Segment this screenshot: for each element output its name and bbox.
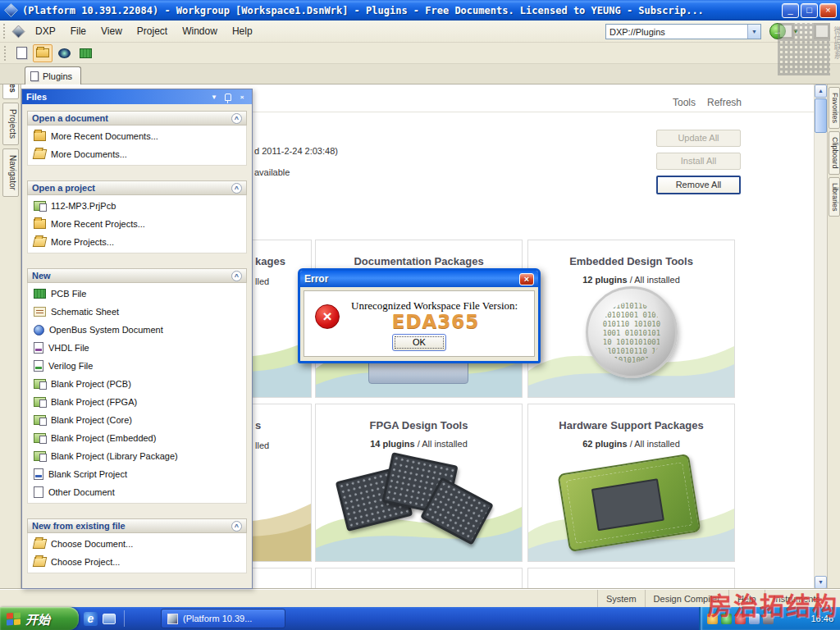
plugin-card-hardware[interactable]: Hardware Support Packages 62 plugins / A… <box>527 404 735 562</box>
document-icon <box>30 71 39 81</box>
file-item[interactable]: Other Document <box>28 483 246 501</box>
panel-close-icon[interactable]: × <box>236 92 248 103</box>
section-title: Open a document <box>32 113 108 123</box>
tools-link[interactable]: Tools <box>673 97 696 108</box>
new-document-button[interactable] <box>11 44 31 62</box>
card-subtitle: 14 plugins / All installed <box>316 439 522 449</box>
file-item[interactable]: More Recent Projects... <box>28 215 246 233</box>
plugin-card-fpga[interactable]: FPGA Design Tools 14 plugins / All insta… <box>315 404 523 562</box>
window-titlebar[interactable]: (Platform 10.391.22084) - Workgroup [Wor… <box>0 0 840 21</box>
section-header[interactable]: New from existing file ^ <box>27 518 247 533</box>
plugin-count: 14 plugins <box>370 439 414 449</box>
collapse-icon[interactable]: ^ <box>231 271 242 281</box>
files-panel-titlebar[interactable]: Files ▼ × <box>22 89 252 104</box>
section-header[interactable]: New ^ <box>27 268 247 283</box>
collapse-icon[interactable]: ^ <box>231 183 242 194</box>
section-header-partial[interactable] <box>27 588 247 589</box>
file-item[interactable]: OpenBus System Document <box>28 321 246 339</box>
install-all-button[interactable]: Install All <box>656 153 741 170</box>
menu-window[interactable]: Window <box>175 22 225 40</box>
open-folder-icon <box>36 48 49 57</box>
openbus-icon <box>34 325 44 336</box>
internet-explorer-icon[interactable]: e <box>84 612 98 626</box>
file-item[interactable]: 112-MP3.PrjPcb <box>28 197 246 215</box>
menu-file[interactable]: File <box>63 22 94 40</box>
file-item-label: Blank Project (PCB) <box>51 379 131 389</box>
restore-button[interactable]: □ <box>801 3 818 18</box>
error-dialog-title: Error <box>304 273 328 285</box>
scroll-thumb[interactable] <box>815 98 827 133</box>
file-item[interactable]: VHDL File <box>28 339 246 357</box>
vertical-scrollbar[interactable]: ▲ ▼ <box>814 84 827 589</box>
minimize-button[interactable]: _ <box>782 3 799 18</box>
plugin-card-embedded[interactable]: Embedded Design Tools 12 plugins / All i… <box>527 240 735 398</box>
panel-pin-icon[interactable] <box>225 94 231 101</box>
file-item[interactable]: PCB File <box>28 285 246 303</box>
file-item-label: Blank Project (Core) <box>51 415 132 425</box>
address-dropdown-icon[interactable]: ▼ <box>747 25 760 39</box>
installed-text: / All installed <box>628 439 680 449</box>
collapse-icon[interactable]: ^ <box>231 521 242 532</box>
file-item[interactable]: Blank Script Project <box>28 465 246 483</box>
menu-project[interactable]: Project <box>130 22 175 40</box>
error-dialog-titlebar[interactable]: Error × <box>300 271 538 287</box>
folder-open-icon <box>33 237 48 247</box>
card-title: FPGA Design Tools <box>316 419 522 431</box>
file-item[interactable]: More Documents... <box>28 145 246 163</box>
menu-view[interactable]: View <box>94 22 130 40</box>
file-item[interactable]: More Recent Documents... <box>28 127 246 145</box>
ok-button[interactable]: OK <box>392 334 446 351</box>
file-item-label: 112-MP3.PrjPcb <box>51 201 116 211</box>
show-desktop-icon[interactable] <box>103 614 116 624</box>
statusbar-system-button[interactable]: System <box>597 590 645 607</box>
file-item[interactable]: Choose Document... <box>28 535 246 553</box>
collapse-icon[interactable]: ^ <box>231 113 242 124</box>
taskbar-task-button[interactable]: (Platform 10.39... <box>161 609 285 628</box>
file-item[interactable]: Blank Project (Library Package) <box>28 447 246 465</box>
section-header[interactable]: Open a document ^ <box>27 111 247 126</box>
file-item-label: Blank Project (Embedded) <box>51 433 156 443</box>
toolbar-grip[interactable] <box>3 24 6 39</box>
file-item-label: Blank Project (Library Package) <box>51 451 178 461</box>
file-item[interactable]: Verilog File <box>28 357 246 375</box>
sidebar-tab-favorites[interactable]: Favorites <box>829 87 840 129</box>
file-item[interactable]: Schematic Sheet <box>28 303 246 321</box>
section-header[interactable]: Open a project ^ <box>27 180 247 195</box>
document-tab-bar: Plugins <box>0 64 840 84</box>
address-value: DXP://Plugins <box>606 27 747 37</box>
file-item[interactable]: Blank Project (Core) <box>28 411 246 429</box>
pcb-icon <box>80 48 92 58</box>
dialog-close-icon[interactable]: × <box>519 273 534 285</box>
file-item-label: More Recent Projects... <box>51 219 145 229</box>
binary-text: 0101010110 1010101001 0101010110 1010101… <box>601 302 662 363</box>
sidebar-tab-clipboard[interactable]: Clipboard <box>829 131 840 175</box>
scroll-up-button[interactable]: ▲ <box>815 84 827 98</box>
menu-dxp[interactable]: DXP <box>28 22 63 40</box>
card-title: Hardware Support Packages <box>528 419 734 431</box>
open-pcb-button[interactable] <box>75 44 95 62</box>
tab-plugins[interactable]: Plugins <box>25 66 81 84</box>
menu-bar: DXP File View Project Window Help DXP://… <box>0 21 840 43</box>
remove-all-button[interactable]: Remove All <box>656 176 741 194</box>
project-icon <box>34 201 46 211</box>
menu-help[interactable]: Help <box>225 22 260 40</box>
file-item[interactable]: More Projects... <box>28 233 246 251</box>
file-item[interactable]: Blank Project (Embedded) <box>28 429 246 447</box>
address-combo[interactable]: DXP://Plugins ▼ <box>605 24 761 39</box>
panel-menu-icon[interactable]: ▼ <box>208 92 220 103</box>
open-document-button[interactable] <box>33 44 52 62</box>
card-subtitle: 12 plugins / All installed <box>528 275 734 285</box>
folder-open-icon <box>33 149 48 159</box>
close-button[interactable]: × <box>819 3 837 18</box>
sidebar-tab-libraries[interactable]: Libraries <box>829 177 840 217</box>
file-item[interactable]: Choose Project... <box>28 553 246 571</box>
toolbar-grip[interactable] <box>4 46 7 61</box>
start-button[interactable]: 开始 <box>0 607 79 630</box>
file-item[interactable]: Blank Project (PCB) <box>28 375 246 393</box>
sidebar-tab-projects[interactable]: Projects <box>2 103 19 145</box>
refresh-link[interactable]: Refresh <box>707 97 742 108</box>
update-all-button[interactable]: Update All <box>656 130 741 147</box>
file-item[interactable]: Blank Project (FPGA) <box>28 393 246 411</box>
open-workspace-button[interactable] <box>54 44 74 62</box>
sidebar-tab-navigator[interactable]: Navigator <box>2 148 19 197</box>
